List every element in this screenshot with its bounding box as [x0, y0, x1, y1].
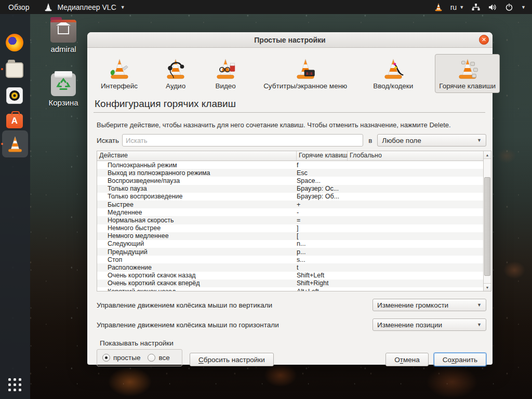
column-header-global[interactable]: Глобально: [348, 151, 491, 161]
dock-vlc[interactable]: [6, 134, 24, 153]
table-row[interactable]: Стоп s...: [97, 256, 483, 263]
vlc-tray-icon[interactable]: [434, 3, 443, 12]
hotkeys-table-header: Действие Горячие клавиши Глобально: [97, 151, 491, 161]
scroll-down-icon[interactable]: ▼: [484, 283, 491, 291]
radio-simple[interactable]: простые: [102, 354, 140, 362]
category-audio[interactable]: Аудио: [159, 54, 192, 93]
reset-settings-button[interactable]: Сбросить настройки: [190, 353, 274, 366]
network-icon[interactable]: [471, 3, 481, 12]
video-cone-icon: [214, 57, 237, 81]
scrollbar-thumb[interactable]: [484, 177, 490, 276]
power-icon[interactable]: [504, 3, 514, 12]
chevron-down-icon: ▼: [477, 322, 482, 327]
row-hotkey: n...: [297, 240, 348, 247]
hotkeys-table-body[interactable]: Полноэкранный режим f Выход из полноэкра…: [97, 161, 483, 291]
files-icon: [6, 62, 23, 78]
dock-files[interactable]: [6, 61, 24, 79]
show-settings-group: простые все: [97, 349, 182, 366]
column-header-action[interactable]: Действие: [97, 151, 297, 161]
category-input-codecs[interactable]: Ввод/кодеки: [369, 54, 417, 93]
table-row[interactable]: Полноэкранный режим f: [97, 161, 483, 169]
row-action: Воспроизведение/пауза: [97, 177, 297, 184]
table-row[interactable]: Нормальная скорость =: [97, 216, 483, 224]
row-action: Короткий скачок назад: [97, 288, 297, 291]
row-action: Расположение: [97, 264, 297, 271]
table-row[interactable]: Только воспроизведение Браузер: Об...: [97, 193, 483, 201]
search-label: Искать: [97, 137, 119, 144]
table-row[interactable]: Очень короткий скачок назад Shift+Left: [97, 272, 483, 280]
row-hotkey: =: [297, 217, 348, 224]
volume-icon[interactable]: [488, 3, 497, 12]
rhythmbox-icon: [6, 87, 23, 104]
wheel-vertical-dropdown[interactable]: Изменение громкости ▼: [373, 299, 486, 311]
chevron-down-icon: ▼: [477, 138, 482, 143]
firefox-icon: [6, 34, 23, 51]
category-hotkeys[interactable]: Горячие клавиши: [435, 54, 500, 93]
row-action: Только воспроизведение: [97, 193, 297, 200]
row-hotkey: f: [297, 162, 348, 169]
row-action: Следующий: [97, 240, 297, 247]
desktop-icon-home[interactable]: admiral: [44, 20, 83, 54]
audio-cone-icon: [164, 57, 188, 81]
row-hotkey: -: [297, 209, 348, 216]
row-hotkey: Shift+Left: [297, 272, 348, 279]
category-toolbar: Интерфейс Аудио Видео: [92, 53, 486, 96]
section-divider: [94, 112, 485, 113]
system-menu-chevron-icon[interactable]: ▼: [521, 5, 526, 10]
table-row[interactable]: Немного быстрее ]: [97, 224, 483, 232]
close-button[interactable]: ✕: [479, 35, 489, 45]
files-running-dot: [1, 68, 3, 70]
row-action: Очень короткий скачок назад: [97, 272, 297, 279]
row-hotkey: s...: [297, 256, 348, 263]
row-action: Полноэкранный режим: [97, 162, 297, 169]
radio-all[interactable]: все: [148, 354, 169, 362]
wheel-vertical-value: Изменение громкости: [377, 301, 448, 309]
dock-ubuntu-software[interactable]: A: [6, 112, 24, 130]
table-scrollbar[interactable]: ▲ ▼: [483, 151, 491, 291]
svg-text:8:8: 8:8: [306, 72, 312, 76]
desktop-icon-label: Корзина: [44, 98, 83, 107]
show-applications-button[interactable]: [8, 378, 22, 392]
table-row[interactable]: Следующий n...: [97, 240, 483, 248]
row-action: Предыдущий: [97, 248, 297, 256]
row-hotkey: ]: [297, 224, 348, 232]
wheel-horizontal-label: Управление движением колёсика мыши по го…: [97, 321, 279, 329]
table-row[interactable]: Короткий скачок назад Alt+Left: [97, 287, 483, 291]
category-subtitles[interactable]: 8:8 Субтитры/экранное меню: [259, 54, 351, 93]
dock-rhythmbox[interactable]: [6, 87, 24, 105]
row-hotkey: Esc: [297, 169, 348, 177]
table-row[interactable]: Расположение t: [97, 263, 483, 271]
save-button[interactable]: Сохранить: [434, 353, 486, 366]
app-menu[interactable]: Медиаплеер VLC ▼: [44, 3, 125, 12]
search-input[interactable]: [122, 134, 363, 147]
keyboard-layout-indicator[interactable]: ru▼: [450, 3, 464, 11]
category-interface[interactable]: Интерфейс: [97, 54, 142, 93]
cancel-button[interactable]: Отмена: [385, 353, 428, 366]
table-row[interactable]: Выход из полноэкранного режима Esc: [97, 169, 483, 177]
wheel-horizontal-dropdown[interactable]: Изменение позиции ▼: [373, 318, 486, 331]
dialog-titlebar[interactable]: Простые настройки ✕: [87, 32, 493, 48]
table-row[interactable]: Воспроизведение/пауза Space...: [97, 177, 483, 184]
table-row[interactable]: Очень короткий скачок вперёд Shift+Right: [97, 280, 483, 287]
table-row[interactable]: Медленнее -: [97, 208, 483, 216]
column-header-hotkey[interactable]: Горячие клавиши: [297, 151, 348, 161]
search-in-label: в: [368, 137, 372, 144]
table-row[interactable]: Только пауза Браузер: Ос...: [97, 185, 483, 193]
table-row[interactable]: Быстрее +: [97, 201, 483, 208]
row-hotkey: Alt+Left: [297, 288, 348, 291]
chevron-down-icon: ▼: [121, 5, 125, 10]
table-row[interactable]: Предыдущий p...: [97, 248, 483, 256]
table-row[interactable]: Немного медленнее [: [97, 232, 483, 240]
category-video[interactable]: Видео: [209, 54, 242, 93]
row-hotkey: p...: [297, 248, 348, 256]
scroll-up-icon[interactable]: ▲: [484, 151, 491, 159]
row-action: Медленнее: [97, 209, 297, 216]
search-scope-dropdown[interactable]: Любое поле ▼: [377, 134, 486, 147]
desktop-icon-trash[interactable]: Корзина: [44, 73, 83, 107]
dock-firefox[interactable]: [6, 34, 24, 52]
hotkeys-cone-icon: [456, 57, 480, 81]
home-folder-icon: [50, 20, 76, 43]
activities-button[interactable]: Обзор: [8, 3, 29, 11]
row-action: Выход из полноэкранного режима: [97, 169, 297, 177]
row-hotkey: t: [297, 264, 348, 271]
